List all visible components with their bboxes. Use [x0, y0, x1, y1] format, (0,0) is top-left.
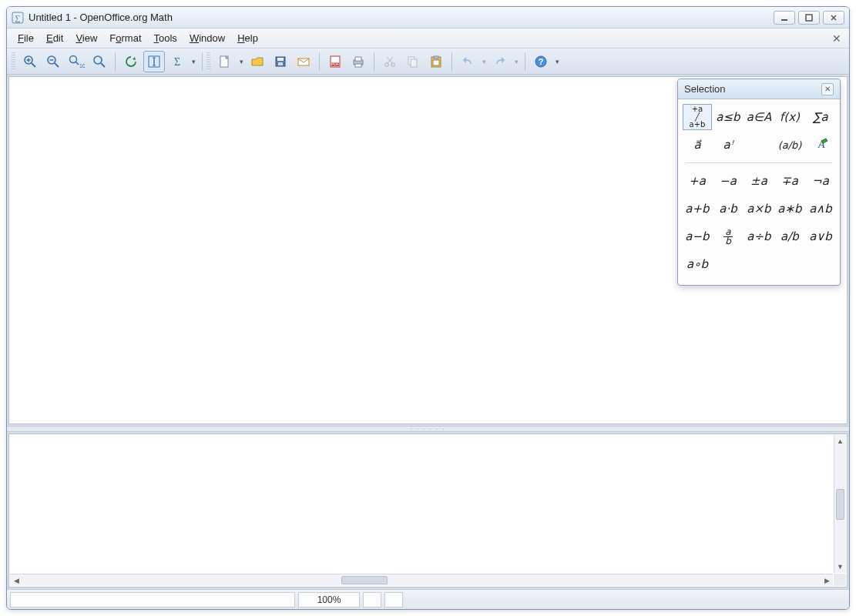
svg-line-12 — [76, 62, 79, 65]
op-a-slash-b[interactable]: a/b — [775, 223, 804, 249]
menu-file[interactable]: File — [12, 30, 40, 46]
selection-categories: +a╱a+b a≤b a∈A f(x) ∑a a⃗ aꜝ (a/b) A — [683, 104, 835, 158]
cat-formats[interactable]: A — [806, 132, 835, 158]
svg-rect-24 — [278, 62, 283, 65]
op-neg-a[interactable]: ¬a — [806, 168, 835, 194]
toolbar-overflow-2[interactable]: ▾ — [552, 58, 562, 65]
open-button[interactable] — [247, 51, 268, 72]
op-a-div-b[interactable]: a÷b — [744, 223, 774, 249]
svg-point-14 — [94, 56, 102, 64]
menu-help[interactable]: Help — [231, 30, 264, 46]
help-button[interactable]: ? — [530, 51, 552, 72]
svg-line-15 — [101, 63, 105, 67]
op-a-over-b[interactable]: ab — [713, 223, 743, 249]
formula-cursor-button[interactable] — [143, 51, 165, 72]
menu-edit[interactable]: Edit — [40, 30, 69, 46]
op-a-times-b[interactable]: a×b — [744, 196, 774, 222]
print-button[interactable] — [347, 51, 369, 72]
op-mp-a[interactable]: ∓a — [775, 168, 804, 194]
op-a-cdot-b[interactable]: a·b — [713, 196, 743, 222]
op-a-or-b[interactable]: a∨b — [806, 223, 835, 249]
cat-unary-binary[interactable]: +a╱a+b — [683, 104, 712, 130]
selection-titlebar[interactable]: Selection ✕ — [678, 79, 840, 99]
editor-vertical-scrollbar[interactable]: ▲ ▼ — [834, 435, 846, 573]
zoom-fit-button[interactable] — [89, 51, 110, 72]
cat-relations[interactable]: a≤b — [713, 104, 743, 130]
editor-horizontal-scrollbar[interactable]: ◀ ▶ — [10, 574, 833, 586]
new-dropdown[interactable]: ▾ — [237, 58, 246, 65]
selection-divider — [686, 162, 832, 163]
toolbar-grip[interactable] — [12, 52, 15, 71]
horizontal-scroll-track[interactable] — [22, 574, 821, 586]
zoom-in-button[interactable] — [19, 51, 41, 72]
toolbar-separator — [451, 52, 452, 71]
selection-title-text: Selection — [684, 83, 725, 95]
op-a-and-b[interactable]: a∧b — [806, 196, 835, 222]
svg-rect-31 — [355, 64, 361, 67]
cat-others[interactable]: aꜝ — [713, 132, 743, 158]
zoom-out-button[interactable] — [42, 51, 64, 72]
cat-operators[interactable]: ∑a — [806, 104, 835, 130]
op-plus-a[interactable]: +a — [683, 168, 712, 194]
document-close-button[interactable]: ✕ — [829, 32, 844, 45]
command-editor[interactable] — [14, 439, 833, 573]
export-pdf-button[interactable]: PDF — [324, 51, 346, 72]
svg-point-33 — [391, 62, 395, 66]
menu-window[interactable]: Window — [183, 30, 231, 46]
toolbar-grip[interactable] — [206, 52, 210, 71]
formula-preview[interactable]: Selection ✕ +a╱a+b a≤b a∈A f(x) ∑a a⃗ — [8, 76, 848, 424]
cat-set-operations[interactable]: a∈A — [744, 104, 774, 130]
scroll-right-icon[interactable]: ▶ — [821, 577, 833, 584]
cat-functions[interactable]: f(x) — [775, 104, 804, 130]
maximize-button[interactable] — [798, 11, 820, 25]
close-button[interactable] — [823, 11, 844, 25]
scroll-left-icon[interactable]: ◀ — [10, 577, 22, 584]
menu-format[interactable]: Format — [103, 30, 147, 46]
toolbar-overflow-1[interactable]: ▾ — [189, 58, 198, 65]
refresh-button[interactable] — [120, 51, 142, 72]
zoom-100-button[interactable]: 100 — [65, 51, 87, 72]
status-cell-2 — [384, 592, 403, 608]
scroll-down-icon[interactable]: ▼ — [834, 561, 846, 573]
selection-body: +a╱a+b a≤b a∈A f(x) ∑a a⃗ aꜝ (a/b) A — [678, 99, 840, 285]
svg-text:Σ: Σ — [174, 56, 180, 68]
undo-dropdown[interactable]: ▾ — [479, 58, 488, 65]
menu-tools[interactable]: Tools — [148, 30, 183, 46]
selection-panel: Selection ✕ +a╱a+b a≤b a∈A f(x) ∑a a⃗ — [677, 79, 841, 286]
status-cell-1 — [363, 592, 381, 608]
svg-text:PDF: PDF — [331, 62, 339, 66]
cut-button[interactable] — [379, 51, 401, 72]
undo-button[interactable] — [457, 51, 478, 72]
menu-view[interactable]: View — [69, 30, 103, 46]
toolbar-separator — [525, 52, 525, 71]
op-pm-a[interactable]: ±a — [744, 168, 774, 194]
paste-button[interactable] — [425, 51, 447, 72]
new-button[interactable] — [214, 51, 236, 72]
minimize-button[interactable] — [774, 11, 795, 25]
redo-dropdown[interactable]: ▾ — [512, 58, 521, 65]
statusbar: 100% — [7, 589, 849, 609]
cat-brackets[interactable]: (a/b) — [775, 132, 804, 158]
app-window: ∑ Untitled 1 - OpenOffice.org Math File … — [6, 6, 850, 610]
op-a-circ-b[interactable]: a∘b — [683, 251, 712, 277]
save-button[interactable] — [270, 51, 291, 72]
toolbar-separator — [202, 52, 203, 71]
horizontal-splitter[interactable]: · · · · · · — [7, 426, 849, 432]
cat-attributes[interactable]: a⃗ — [683, 132, 712, 158]
selection-close-button[interactable]: ✕ — [821, 83, 834, 95]
svg-rect-35 — [411, 59, 417, 67]
status-zoom[interactable]: 100% — [298, 592, 360, 608]
scroll-up-icon[interactable]: ▲ — [834, 435, 846, 447]
copy-button[interactable] — [402, 51, 424, 72]
redo-button[interactable] — [489, 51, 511, 72]
vertical-scroll-thumb[interactable] — [836, 489, 844, 520]
toolbar: 100 Σ ▾ ▾ PDF — [7, 49, 849, 75]
mail-button[interactable] — [293, 51, 314, 72]
op-a-minus-b[interactable]: a−b — [683, 223, 712, 249]
op-a-plus-b[interactable]: a+b — [683, 196, 712, 222]
op-a-ast-b[interactable]: a∗b — [775, 196, 804, 222]
op-minus-a[interactable]: −a — [713, 168, 743, 194]
horizontal-scroll-thumb[interactable] — [341, 576, 388, 584]
splitter-handle-icon: · · · · · · — [410, 426, 445, 433]
formula-elements-button[interactable]: Σ — [166, 51, 188, 72]
